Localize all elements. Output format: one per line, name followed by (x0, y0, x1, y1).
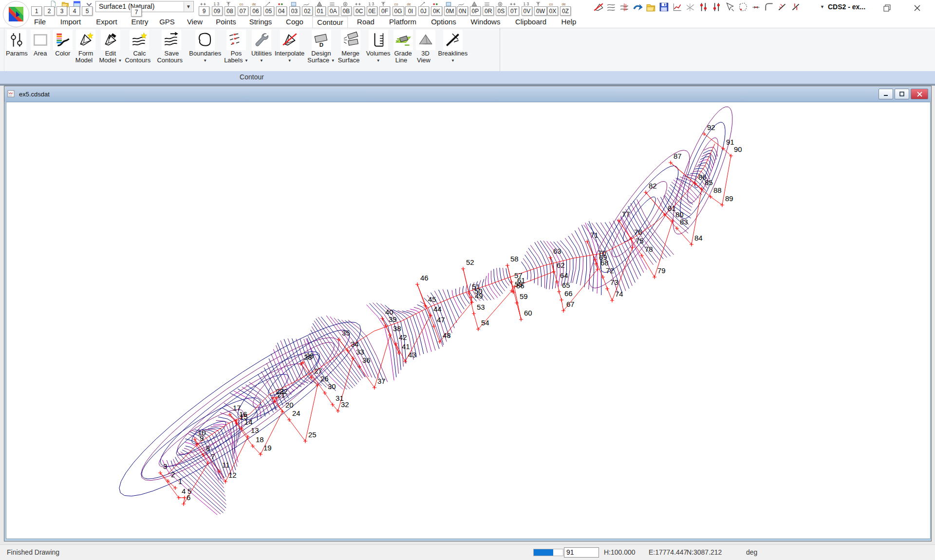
menu-item-import[interactable]: Import (56, 17, 86, 27)
menu-item-cogo[interactable]: Cogo (281, 17, 308, 27)
point-params-icon[interactable] (698, 2, 709, 13)
drawing-line (452, 290, 462, 314)
menu-item-file[interactable]: File (30, 17, 50, 27)
interpolate-slash-icon[interactable] (593, 2, 604, 13)
keytip-0J: 0J (418, 6, 429, 16)
station-params-icon[interactable] (711, 2, 722, 13)
progress-bar (533, 549, 563, 556)
ribbon-button-label: Breaklines (438, 50, 468, 57)
ribbon-button-grade-line[interactable]: GradeLine (392, 29, 414, 64)
volumes-icon (369, 30, 388, 50)
ribbon-button-area[interactable]: Area (29, 29, 52, 64)
doc-close-button[interactable] (911, 89, 928, 99)
menu-item-help[interactable]: Help (557, 17, 581, 27)
menu-item-gps[interactable]: GPS (155, 17, 179, 27)
menu-item-road[interactable]: Road (353, 17, 379, 27)
ribbon-button-interpolate[interactable]: Interpolate▼ (273, 29, 306, 65)
ribbon-button-label: Edit (105, 50, 116, 57)
interpolate-icon (280, 30, 299, 50)
keytip-07: 07 (238, 6, 248, 16)
qat-overflow-icon[interactable]: ▼ (820, 4, 824, 9)
contour-lines-icon[interactable] (606, 2, 617, 13)
menu-item-options[interactable]: Options (427, 17, 461, 27)
point-label: 92 (707, 123, 715, 131)
keytip-01: 01 (315, 6, 326, 16)
doc-minimize-button[interactable] (879, 89, 893, 99)
keytip-03: 03 (289, 6, 300, 16)
menu-item-points[interactable]: Points (211, 17, 241, 27)
close-window-button[interactable] (907, 1, 927, 15)
save-file-icon[interactable] (659, 2, 670, 13)
ribbon-button-edit-model[interactable]: EditModel ▼ (97, 29, 123, 65)
chevron-down-icon[interactable]: ▼ (184, 2, 193, 11)
breakline-red-icon[interactable] (619, 2, 630, 13)
point-label: 43 (408, 351, 416, 359)
keytip-0N: 0N (457, 6, 468, 16)
snap-points-icon[interactable] (751, 2, 762, 13)
profile-chart-icon[interactable] (672, 2, 683, 13)
keytip-09: 09 (212, 6, 223, 16)
ribbon-button-label: Merge (341, 50, 359, 57)
svg-text:de: de (252, 2, 256, 6)
ribbon-button-params[interactable]: Params (4, 29, 29, 64)
ribbon-button-breaklines[interactable]: Breaklines▼ (437, 29, 469, 65)
drawing-line (503, 268, 509, 285)
ribbon-button-sublabel (39, 57, 41, 64)
ribbon-button-form-model[interactable]: FormModel (74, 29, 98, 64)
ribbon-button-utilities[interactable]: Utilities▼ (250, 29, 273, 65)
save-contours-icon (162, 30, 181, 50)
contour-drawing: 1234567891011121314151617181920212223242… (6, 102, 930, 539)
drawing-canvas[interactable]: 1234567891011121314151617181920212223242… (6, 102, 931, 539)
fillet-curve-icon[interactable] (764, 2, 775, 13)
menu-item-contour[interactable]: Contour (312, 17, 348, 28)
surface-selector-value: Surface1 (Natural) (99, 2, 154, 10)
menu-item-strings[interactable]: Strings (245, 17, 277, 27)
keytip-04: 04 (276, 6, 287, 16)
svg-text:co: co (394, 2, 398, 6)
menu-item-view[interactable]: View (183, 17, 207, 27)
point-label: 53 (477, 303, 485, 311)
ribbon-button-merge-surface[interactable]: MergeSurface (337, 29, 365, 64)
ribbon-button-save-contours[interactable]: SaveContours (155, 29, 187, 64)
menu-item-windows[interactable]: Windows (467, 17, 505, 27)
open-folder-icon[interactable] (646, 2, 656, 13)
ribbon-button-design-surface[interactable]: DDesignSurface ▼ (306, 29, 336, 65)
ribbon: Params Area Color FormModel EditModel ▼C… (0, 28, 935, 71)
menu-item-platform[interactable]: Platform (385, 17, 421, 27)
counter-field[interactable]: 91 (564, 547, 599, 558)
divide-red-icon[interactable] (790, 2, 801, 13)
point-label: 52 (466, 258, 474, 266)
lasso-select-icon[interactable] (738, 2, 748, 13)
point-label: 3 (163, 462, 167, 470)
select-pointer-icon[interactable] (725, 2, 735, 13)
point-label: 62 (557, 261, 565, 269)
doc-maximize-button[interactable] (895, 89, 909, 99)
point-label: 65 (562, 281, 570, 289)
pan-blue-icon[interactable] (633, 2, 643, 13)
ribbon-button-pos-labels[interactable]: PosLabels ▼ (223, 29, 250, 65)
surface-selector[interactable]: Surface1 (Natural) ▼ 7 (95, 1, 194, 12)
point-label: 60 (524, 309, 532, 317)
document-title-bar[interactable]: ex5.cdsdat (4, 86, 931, 102)
ribbon-button-color[interactable]: Color (52, 29, 74, 64)
ribbon-button-calc-contours[interactable]: CalcContours (123, 29, 155, 64)
ribbon-group-strip: Contour (0, 71, 935, 86)
extend-red-icon[interactable] (777, 2, 788, 13)
app-logo-icon[interactable] (3, 1, 29, 27)
menu-item-clipboard[interactable]: Clipboard (511, 17, 551, 27)
menu-item-export[interactable]: Export (92, 17, 121, 27)
ribbon-button-sublabel: ▼ (288, 57, 292, 64)
point-label: 2 (171, 470, 175, 479)
menu-item-entry[interactable]: Entry (127, 17, 152, 27)
drawing-line (680, 122, 725, 219)
restore-window-button[interactable] (877, 1, 897, 15)
point-label: 81 (668, 204, 676, 212)
ribbon-button-3d-view[interactable]: 3DView (414, 29, 437, 64)
keytip-02: 02 (302, 6, 313, 16)
ribbon-button-boundaries[interactable]: Boundaries▼ (187, 29, 223, 65)
keytip-0G: 0G (393, 6, 404, 16)
keytip-combo: 7 (131, 7, 142, 17)
ribbon-button-volumes[interactable]: Volumes▼ (365, 29, 392, 65)
cross-section-icon[interactable] (685, 2, 696, 13)
point-label: 41 (402, 342, 410, 351)
